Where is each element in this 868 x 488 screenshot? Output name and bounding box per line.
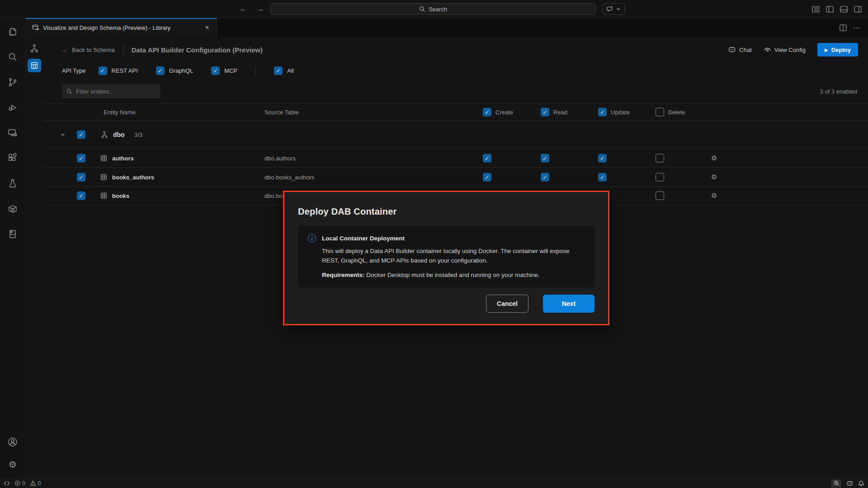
update-checkbox[interactable] — [598, 154, 607, 162]
next-button[interactable]: Next — [543, 295, 594, 313]
mcp-checkbox[interactable] — [211, 66, 220, 75]
create-checkbox[interactable] — [483, 173, 491, 181]
row-settings-icon[interactable]: ⚙ — [711, 154, 717, 162]
forward-arrow-icon[interactable]: → — [256, 5, 265, 14]
all-checkbox[interactable] — [274, 66, 283, 75]
settings-gear-icon[interactable]: ⚙ — [5, 457, 20, 472]
search-placeholder: Search — [429, 6, 447, 13]
editor-tabbar: Visualize and Design Schema (Preview) - … — [26, 18, 868, 37]
source-control-icon[interactable] — [5, 75, 20, 89]
tab-title: Visualize and Design Schema (Preview) - … — [43, 24, 170, 31]
schema-graph-view-icon[interactable] — [28, 42, 40, 54]
extensions-icon[interactable] — [5, 151, 20, 165]
header-divider — [123, 45, 123, 55]
chat-button[interactable]: Chat — [728, 46, 751, 53]
customize-layout-icon[interactable] — [812, 6, 820, 13]
delete-checkbox[interactable] — [656, 192, 664, 200]
group-select-checkbox[interactable] — [77, 131, 85, 139]
zoom-status-icon[interactable] — [831, 479, 841, 488]
split-editor-icon[interactable] — [840, 24, 847, 31]
entities-table-header: Entity Name Source Table Create Read Upd… — [43, 103, 868, 121]
errors-status[interactable]: 0 — [14, 480, 25, 487]
api-type-label: API Type — [62, 67, 86, 74]
container-icon[interactable] — [5, 202, 20, 216]
warnings-status[interactable]: 0 — [30, 480, 41, 487]
page-title: Data API Builder Configuration (Preview) — [132, 46, 263, 54]
update-checkbox[interactable] — [598, 173, 607, 181]
mcp-option[interactable]: MCP — [211, 66, 237, 75]
search-icon — [66, 89, 72, 94]
group-count: 3/3 — [134, 131, 142, 138]
table-row-books-authors[interactable]: books_authors dbo.books_authors ⚙ — [43, 167, 868, 186]
window-layout-controls — [812, 0, 862, 18]
update-all-checkbox[interactable] — [598, 108, 607, 117]
database-notebook-icon[interactable] — [5, 227, 20, 241]
row-select-checkbox[interactable] — [77, 173, 85, 181]
warnings-count: 0 — [38, 480, 41, 487]
more-actions-icon[interactable]: ⋯ — [853, 23, 861, 32]
filter-entities-box[interactable] — [62, 84, 160, 99]
view-config-button[interactable]: View Config — [764, 47, 806, 53]
chevron-down-icon[interactable] — [60, 132, 66, 137]
copilot-status-icon[interactable] — [846, 480, 854, 487]
copilot-chat-button[interactable] — [602, 3, 625, 15]
status-bar: 0 0 — [0, 478, 868, 488]
read-checkbox[interactable] — [541, 173, 549, 181]
table-row-authors[interactable]: authors dbo.authors ⚙ — [43, 148, 868, 167]
row-select-checkbox[interactable] — [77, 192, 85, 200]
row-select-checkbox[interactable] — [77, 154, 85, 162]
table-icon — [100, 174, 107, 180]
graphql-label: GraphQL — [169, 67, 193, 74]
mcp-label: MCP — [224, 67, 237, 74]
entity-name: books — [112, 192, 129, 199]
toggle-secondary-sidebar-icon[interactable] — [854, 6, 862, 13]
activity-bar: ⚙ — [0, 18, 26, 478]
errors-count: 0 — [22, 480, 25, 487]
toggle-primary-sidebar-icon[interactable] — [826, 6, 834, 13]
warning-icon — [30, 480, 36, 486]
back-arrow-icon[interactable]: ← — [239, 5, 248, 14]
page-header: ← Back to Schema Data API Builder Config… — [43, 37, 868, 62]
back-to-schema-link[interactable]: ← Back to Schema — [62, 47, 115, 53]
graphql-checkbox[interactable] — [156, 66, 165, 75]
read-all-checkbox[interactable] — [541, 108, 549, 117]
read-checkbox[interactable] — [541, 154, 549, 162]
remote-explorer-icon[interactable] — [5, 126, 20, 140]
run-debug-icon[interactable] — [5, 100, 20, 115]
explorer-icon[interactable] — [5, 24, 20, 39]
command-search-box[interactable]: Search — [270, 3, 596, 15]
notifications-bell-icon[interactable] — [858, 480, 864, 487]
testing-icon[interactable] — [5, 176, 20, 191]
back-arrow-icon: ← — [62, 47, 68, 53]
filter-entities-input[interactable] — [76, 88, 148, 95]
row-settings-icon[interactable]: ⚙ — [711, 192, 717, 200]
rest-api-option[interactable]: REST API — [99, 66, 138, 75]
toggle-panel-icon[interactable] — [840, 6, 848, 13]
play-icon: ▶ — [825, 47, 828, 52]
create-checkbox[interactable] — [483, 154, 491, 162]
create-column-header: Create — [495, 109, 513, 116]
cancel-button[interactable]: Cancel — [486, 295, 528, 313]
graphql-option[interactable]: GraphQL — [156, 66, 193, 75]
all-option[interactable]: All — [274, 66, 293, 75]
delete-all-checkbox[interactable] — [656, 108, 664, 117]
remote-indicator[interactable] — [4, 480, 10, 486]
row-settings-icon[interactable]: ⚙ — [711, 173, 717, 181]
requirements-body: Docker Desktop must be installed and run… — [365, 272, 540, 278]
tab-visualize-schema[interactable]: Visualize and Design Schema (Preview) - … — [26, 18, 217, 37]
create-all-checkbox[interactable] — [483, 108, 491, 117]
dialog-actions: Cancel Next — [298, 295, 594, 313]
delete-checkbox[interactable] — [656, 173, 664, 181]
requirements-line: Requirements: Docker Desktop must be ins… — [322, 272, 585, 278]
search-view-icon[interactable] — [5, 50, 20, 64]
account-icon[interactable] — [5, 435, 20, 449]
rest-api-checkbox[interactable] — [99, 66, 107, 75]
schema-designer-icon — [32, 24, 39, 31]
entity-name: books_authors — [112, 174, 154, 180]
chevron-down-icon[interactable] — [616, 7, 621, 11]
deploy-button[interactable]: ▶ Deploy — [817, 43, 858, 56]
close-icon[interactable]: ✕ — [203, 23, 211, 32]
delete-checkbox[interactable] — [656, 154, 664, 162]
table-config-view-button[interactable] — [28, 59, 41, 72]
update-column-header: Update — [611, 109, 630, 116]
